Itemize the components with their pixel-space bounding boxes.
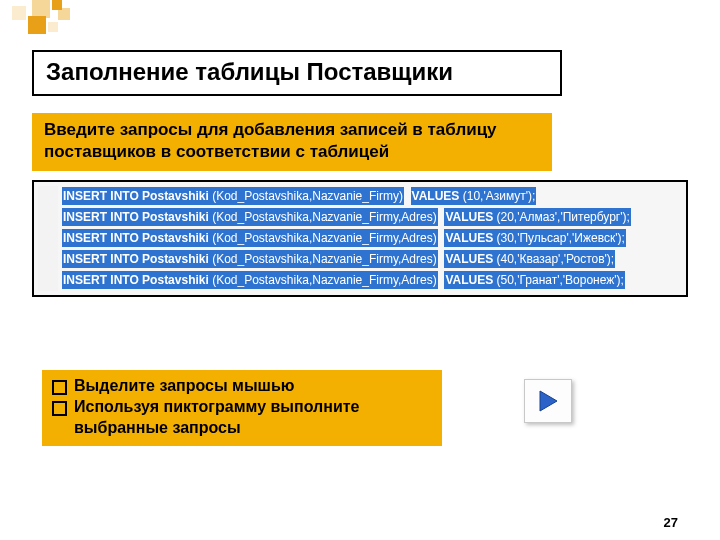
sql-line[interactable]: INSERT INTO Postavshiki (Kod_Postavshika…	[62, 249, 682, 270]
decor-squares	[0, 0, 200, 40]
sql-gutter	[38, 186, 58, 291]
play-icon	[537, 389, 559, 413]
step-item: Используя пиктограмму выполните выбранны…	[46, 397, 438, 439]
sql-line[interactable]: INSERT INTO Postavshiki (Kod_Postavshika…	[62, 270, 682, 291]
execute-button[interactable]	[524, 379, 572, 423]
step-text: Выделите запросы мышью	[74, 377, 294, 394]
page-number: 27	[664, 515, 678, 530]
sql-lines[interactable]: INSERT INTO Postavshiki (Kod_Postavshika…	[62, 186, 682, 291]
svg-marker-0	[540, 391, 557, 411]
sql-line[interactable]: INSERT INTO Postavshiki (Kod_Postavshika…	[62, 207, 682, 228]
step-text: Используя пиктограмму выполните выбранны…	[74, 398, 359, 436]
sql-editor-panel: INSERT INTO Postavshiki (Kod_Postavshika…	[32, 180, 688, 297]
step-item: Выделите запросы мышью	[46, 376, 438, 397]
sql-line[interactable]: INSERT INTO Postavshiki (Kod_Postavshika…	[62, 186, 682, 207]
instruction-text: Введите запросы для добавления записей в…	[44, 120, 497, 161]
instruction-box: Введите запросы для добавления записей в…	[32, 113, 552, 171]
sql-line[interactable]: INSERT INTO Postavshiki (Kod_Postavshika…	[62, 228, 682, 249]
page-title: Заполнение таблицы Поставщики	[46, 58, 548, 86]
page-title-box: Заполнение таблицы Поставщики	[32, 50, 562, 96]
steps-box: Выделите запросы мышью Используя пиктогр…	[42, 370, 442, 446]
